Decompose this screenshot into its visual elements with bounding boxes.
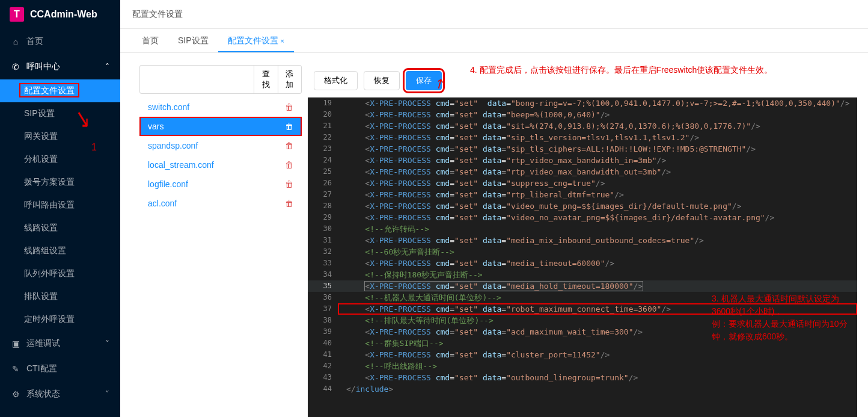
sidebar: T CCAdmin-Web ⌂ 首页 ✆ 呼叫中心 ˄ 配置文件设置SIP设置网… xyxy=(0,0,120,417)
code-line[interactable]: <X-PRE-PROCESS cmd="set" data="beep=%(10… xyxy=(338,109,857,120)
code-line[interactable]: <X-PRE-PROCESS cmd="set" data="rtp_video… xyxy=(338,155,857,166)
file-item-spandsp.conf[interactable]: spandsp.conf🗑 xyxy=(139,136,302,155)
line-gutter: 26 xyxy=(308,178,338,189)
annotation-4: 4. 配置完成后，点击该按钮进行保存。最后在重启Freeswitch使该配置文件… xyxy=(470,65,772,76)
code-line[interactable]: <X-PRE-PROCESS cmd="set" data="media_tim… xyxy=(338,258,857,269)
add-button[interactable]: 添加 xyxy=(278,65,302,94)
sidebar-item-0[interactable]: 配置文件设置 xyxy=(0,79,120,102)
brand: T CCAdmin-Web xyxy=(0,0,120,29)
line-gutter: 33 xyxy=(308,258,338,269)
line-gutter: 31 xyxy=(308,235,338,246)
code-line[interactable]: <X-PRE-PROCESS cmd="set" data="bong-ring… xyxy=(338,97,857,109)
chevron-down-icon: ˅ xyxy=(105,339,109,348)
tab-2[interactable]: 配置文件设置× xyxy=(218,31,294,52)
code-line[interactable]: <X-PRE-PROCESS cmd="set" data="sip_tls_c… xyxy=(338,143,857,155)
code-line[interactable]: <X-PRE-PROCESS cmd="set" data="video_no_… xyxy=(338,212,857,223)
line-gutter: 25 xyxy=(308,166,338,178)
tab-0[interactable]: 首页 xyxy=(132,31,168,52)
sidebar-item-10[interactable]: 定时外呼设置 xyxy=(0,308,120,331)
delete-icon[interactable]: 🗑 xyxy=(285,122,293,131)
delete-icon[interactable]: 🗑 xyxy=(285,160,293,170)
code-line[interactable]: <X-PRE-PROCESS cmd="set" data="sip_tls_v… xyxy=(338,132,857,143)
file-item-vars[interactable]: vars🗑 xyxy=(139,117,302,136)
sidebar-item-1[interactable]: SIP设置 xyxy=(0,102,120,125)
nav-cti[interactable]: ✎ CTI配置 xyxy=(0,356,120,381)
page-title: 配置文件设置 xyxy=(132,9,183,20)
format-button[interactable]: 格式化 xyxy=(314,71,358,90)
sidebar-item-8[interactable]: 队列外呼设置 xyxy=(0,262,120,285)
edit-icon: ✎ xyxy=(11,364,20,374)
close-icon[interactable]: × xyxy=(281,37,284,45)
line-gutter: 23 xyxy=(308,143,338,155)
sidebar-item-4[interactable]: 拨号方案设置 xyxy=(0,171,120,194)
line-gutter: 29 xyxy=(308,212,338,223)
line-gutter: 37 xyxy=(308,303,338,315)
code-line[interactable]: <!--保持时180秒无声音挂断--> xyxy=(338,269,857,280)
find-button[interactable]: 查找 xyxy=(254,65,278,94)
sidebar-item-7[interactable]: 线路组设置 xyxy=(0,239,120,262)
line-gutter: 35 xyxy=(308,280,338,292)
nav-status[interactable]: ⚙ 系统状态 ˅ xyxy=(0,381,120,407)
line-gutter: 44 xyxy=(308,383,338,395)
code-line[interactable]: <!--60秒无声音挂断--> xyxy=(338,246,857,258)
nav-ops[interactable]: ▣ 运维调试 ˅ xyxy=(0,331,120,356)
topbar: 配置文件设置 xyxy=(120,0,868,29)
gear-icon: ⚙ xyxy=(11,389,20,399)
file-item-logfile.conf[interactable]: logfile.conf🗑 xyxy=(139,175,302,194)
code-line[interactable]: <X-PRE-PROCESS cmd="set" data="rtp_video… xyxy=(338,166,857,178)
chevron-up-icon: ˄ xyxy=(105,62,109,72)
line-gutter: 21 xyxy=(308,120,338,132)
delete-icon[interactable]: 🗑 xyxy=(285,102,293,112)
line-gutter: 40 xyxy=(308,338,338,349)
chevron-down-icon: ˅ xyxy=(105,389,109,399)
line-gutter: 38 xyxy=(308,315,338,326)
code-editor[interactable]: 19 <X-PRE-PROCESS cmd="set" data="bong-r… xyxy=(308,97,857,417)
code-line[interactable]: </include> xyxy=(338,383,857,395)
file-item-local_stream.conf[interactable]: local_stream.conf🗑 xyxy=(139,155,302,175)
monitor-icon: ▣ xyxy=(11,339,20,348)
restore-button[interactable]: 恢复 xyxy=(364,71,400,90)
file-item-acl.conf[interactable]: acl.conf🗑 xyxy=(139,194,302,213)
delete-icon[interactable]: 🗑 xyxy=(285,179,293,189)
line-gutter: 30 xyxy=(308,223,338,235)
code-line[interactable]: <X-PRE-PROCESS cmd="set" data="suppress_… xyxy=(338,178,857,189)
nav-home[interactable]: ⌂ 首页 xyxy=(0,29,120,54)
delete-icon[interactable]: 🗑 xyxy=(285,141,293,150)
tab-1[interactable]: SIP设置 xyxy=(168,31,218,52)
sidebar-item-9[interactable]: 排队设置 xyxy=(0,285,120,308)
file-search-input[interactable] xyxy=(139,65,254,94)
line-gutter: 28 xyxy=(308,200,338,212)
file-panel: 查找 添加 switch.conf🗑vars🗑spandsp.conf🗑loca… xyxy=(139,65,302,417)
main: 配置文件设置 首页SIP设置配置文件设置× 查找 添加 switch.conf🗑… xyxy=(120,0,868,417)
line-gutter: 20 xyxy=(308,109,338,120)
line-gutter: 19 xyxy=(308,97,338,109)
line-gutter: 42 xyxy=(308,360,338,372)
home-icon: ⌂ xyxy=(11,37,20,46)
line-gutter: 24 xyxy=(308,155,338,166)
code-line[interactable]: <X-PRE-PROCESS cmd="set" data="cluster_p… xyxy=(338,349,857,360)
code-line[interactable]: <!--呼出线路组--> xyxy=(338,360,857,372)
code-line[interactable]: <X-PRE-PROCESS cmd="set" data="outbound_… xyxy=(338,372,857,383)
editor-panel: 4. 配置完成后，点击该按钮进行保存。最后在重启Freeswitch使该配置文件… xyxy=(308,65,868,417)
line-gutter: 41 xyxy=(308,349,338,360)
annotation-3: 3. 机器人最大通话时间默认设定为3600秒(1个小时)， 例：要求机器人最大通… xyxy=(712,292,856,343)
line-gutter: 39 xyxy=(308,326,338,338)
code-line[interactable]: <!--允许转码--> xyxy=(338,223,857,235)
nav-section-callcenter[interactable]: ✆ 呼叫中心 ˄ xyxy=(0,54,120,79)
code-line[interactable]: <X-PRE-PROCESS cmd="set" data="media_mix… xyxy=(338,235,857,246)
file-item-switch.conf[interactable]: switch.conf🗑 xyxy=(139,97,302,117)
line-gutter: 34 xyxy=(308,269,338,280)
sidebar-item-6[interactable]: 线路设置 xyxy=(0,217,120,239)
sidebar-item-5[interactable]: 呼叫路由设置 xyxy=(0,194,120,217)
code-line[interactable]: <X-PRE-PROCESS cmd="set" data="sit=%(274… xyxy=(338,120,857,132)
code-line[interactable]: <X-PRE-PROCESS cmd="set" data="media_hol… xyxy=(338,280,857,292)
tabs: 首页SIP设置配置文件设置× xyxy=(120,29,868,53)
line-gutter: 22 xyxy=(308,132,338,143)
delete-icon[interactable]: 🗑 xyxy=(285,199,293,208)
brand-logo: T xyxy=(10,7,24,22)
line-gutter: 32 xyxy=(308,246,338,258)
sidebar-item-2[interactable]: 网关设置 xyxy=(0,125,120,148)
sidebar-item-3[interactable]: 分机设置 xyxy=(0,148,120,171)
code-line[interactable]: <X-PRE-PROCESS cmd="set" data="rtp_liber… xyxy=(338,189,857,200)
code-line[interactable]: <X-PRE-PROCESS cmd="set" data="video_mut… xyxy=(338,200,857,212)
